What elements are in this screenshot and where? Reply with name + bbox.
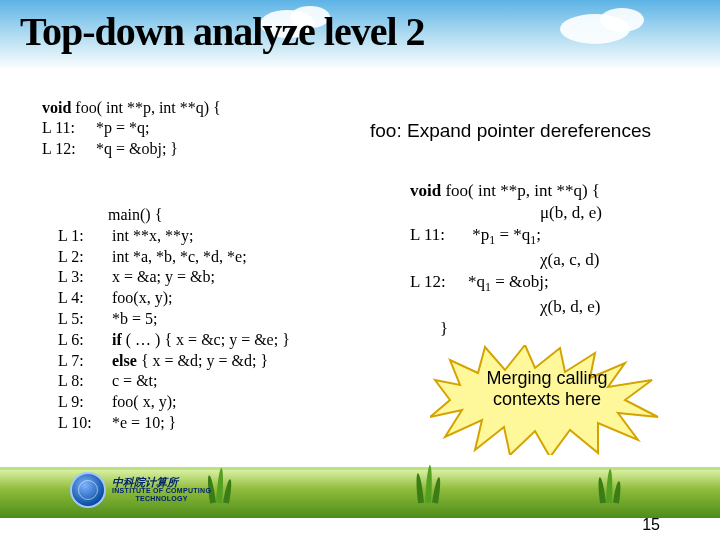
line-label: L 11: bbox=[410, 224, 468, 246]
line-label: L 5: bbox=[58, 309, 108, 330]
line-label: L 12: bbox=[42, 139, 92, 159]
line-label: L 12: bbox=[410, 271, 468, 293]
background-footer-strip bbox=[0, 518, 720, 540]
foo-code-block: void foo( int **p, int **q) { L 11: *p =… bbox=[42, 98, 221, 159]
code-text: foo(x, y); bbox=[112, 289, 172, 306]
line-label: L 11: bbox=[42, 118, 92, 138]
institute-name-english: INSTITUTE OF COMPUTINGTECHNOLOGY bbox=[112, 487, 211, 502]
line-label: L 1: bbox=[58, 226, 108, 247]
code-text: c = &t; bbox=[112, 372, 157, 389]
code-text: *b = 5; bbox=[112, 310, 157, 327]
keyword-if: if bbox=[112, 331, 122, 348]
foo-note: foo: Expand pointer dereferences bbox=[370, 120, 651, 142]
code-text: int *a, *b, *c, *d, *e; bbox=[112, 248, 247, 265]
institute-logo-icon bbox=[70, 472, 106, 508]
line-label: L 8: bbox=[58, 371, 108, 392]
chi-annotation: χ(a, c, d) bbox=[410, 249, 602, 271]
background-grass bbox=[0, 467, 720, 518]
close-brace: } bbox=[410, 318, 602, 340]
line-label: L 6: bbox=[58, 330, 108, 351]
starburst-text: Merging callingcontexts here bbox=[462, 368, 632, 409]
keyword-void: void bbox=[42, 99, 71, 116]
code-text: x = &a; y = &b; bbox=[112, 268, 215, 285]
code-text: *e = 10; } bbox=[112, 414, 176, 431]
code-text: *q = &obj; } bbox=[96, 140, 178, 157]
line-label: L 9: bbox=[58, 392, 108, 413]
chi-annotation: χ(b, d, e) bbox=[410, 296, 602, 318]
code-text: foo( x, y); bbox=[112, 393, 176, 410]
keyword-void: void bbox=[410, 181, 441, 200]
main-code-block: main() { L 1: int **x, **y; L 2: int *a,… bbox=[58, 205, 290, 434]
code-text: *p1 = *q1; bbox=[472, 225, 541, 244]
line-label: L 3: bbox=[58, 267, 108, 288]
code-text: *p = *q; bbox=[96, 119, 149, 136]
line-label: L 10: bbox=[58, 413, 108, 434]
slide-title: Top-down analyze level 2 bbox=[20, 8, 425, 55]
mu-annotation: μ(b, d, e) bbox=[410, 202, 602, 224]
line-label: L 7: bbox=[58, 351, 108, 372]
line-label: L 2: bbox=[58, 247, 108, 268]
line-label: L 4: bbox=[58, 288, 108, 309]
cloud-decoration bbox=[600, 8, 644, 32]
foo-signature: void foo( int **p, int **q) { bbox=[42, 98, 221, 118]
keyword-else: else bbox=[112, 352, 137, 369]
code-text: int **x, **y; bbox=[112, 227, 193, 244]
foo-expanded-signature: void foo( int **p, int **q) { bbox=[410, 180, 602, 202]
code-text: { x = &d; y = &d; } bbox=[137, 352, 268, 369]
foo-expanded-block: void foo( int **p, int **q) { μ(b, d, e)… bbox=[410, 180, 602, 340]
code-text: ( … ) { x = &c; y = &e; } bbox=[122, 331, 290, 348]
main-signature: main() { bbox=[58, 205, 290, 226]
code-text: *q1 = &obj; bbox=[468, 272, 549, 291]
page-number: 15 bbox=[642, 516, 660, 534]
